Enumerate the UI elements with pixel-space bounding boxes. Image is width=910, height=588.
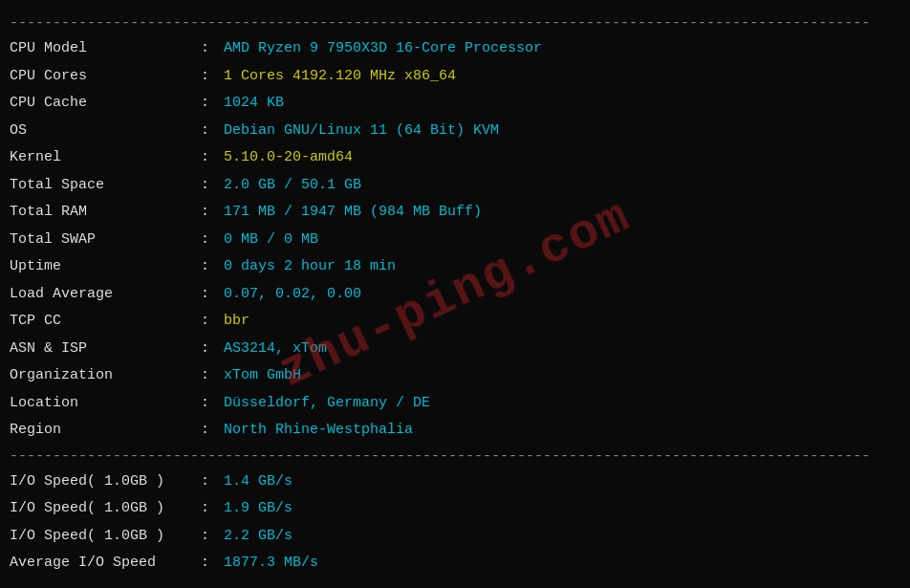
sysinfo-colon: : <box>201 393 216 415</box>
iospeed-row: Average I/O Speed:1877.3 MB/s <box>10 550 900 577</box>
sysinfo-value: Düsseldorf, Germany / DE <box>224 393 430 415</box>
sysinfo-value: 2.0 GB / 50.1 GB <box>224 175 361 197</box>
sysinfo-row: CPU Cores:1 Cores 4192.120 MHz x86_64 <box>10 63 900 91</box>
sysinfo-row: OS:Debian GNU/Linux 11 (64 Bit) KVM <box>10 118 900 145</box>
sysinfo-value: Debian GNU/Linux 11 (64 Bit) KVM <box>224 120 499 142</box>
sysinfo-label: Region <box>10 420 201 442</box>
sysinfo-value: 171 MB / 1947 MB (984 MB Buff) <box>224 202 482 224</box>
sysinfo-colon: : <box>201 38 216 60</box>
sysinfo-colon: : <box>201 202 216 224</box>
sysinfo-colon: : <box>201 284 216 306</box>
sysinfo-label: Total Space <box>10 175 201 197</box>
iospeed-label: I/O Speed( 1.0GB ) <box>10 526 201 548</box>
sysinfo-colon: : <box>201 147 216 169</box>
sysinfo-value: 1 Cores 4192.120 MHz x86_64 <box>224 66 456 88</box>
sysinfo-colon: : <box>201 175 216 197</box>
sysinfo-label: Location <box>10 393 201 415</box>
iospeed-label: I/O Speed( 1.0GB ) <box>10 471 201 493</box>
iospeed-value: 1877.3 MB/s <box>224 553 318 575</box>
sysinfo-label: OS <box>10 120 201 142</box>
iospeed-colon: : <box>201 471 216 493</box>
sysinfo-row: CPU Model:AMD Ryzen 9 7950X3D 16-Core Pr… <box>10 35 900 63</box>
top-divider: ----------------------------------------… <box>10 11 900 35</box>
sysinfo-value: 0 MB / 0 MB <box>224 229 318 251</box>
sysinfo-row: Kernel:5.10.0-20-amd64 <box>10 144 900 172</box>
iospeed-label: I/O Speed( 1.0GB ) <box>10 498 201 520</box>
sysinfo-colon: : <box>201 93 216 115</box>
sysinfo-colon: : <box>201 365 216 387</box>
sysinfo-label: Uptime <box>10 256 201 278</box>
sysinfo-value: xTom GmbH <box>224 365 301 387</box>
sysinfo-value: bbr <box>224 311 249 333</box>
sysinfo-colon: : <box>201 338 216 360</box>
sysinfo-section: CPU Model:AMD Ryzen 9 7950X3D 16-Core Pr… <box>10 35 900 445</box>
sysinfo-label: Organization <box>10 365 201 387</box>
sysinfo-row: Total Space:2.0 GB / 50.1 GB <box>10 172 900 200</box>
main-container: ----------------------------------------… <box>0 8 910 588</box>
sysinfo-label: CPU Cores <box>10 66 201 88</box>
sysinfo-label: Total SWAP <box>10 229 201 251</box>
iospeed-value: 1.9 GB/s <box>224 498 292 520</box>
sysinfo-colon: : <box>201 311 216 333</box>
sysinfo-value: 0 days 2 hour 18 min <box>224 256 396 278</box>
sysinfo-value: 5.10.0-20-amd64 <box>224 147 353 169</box>
sysinfo-colon: : <box>201 420 216 442</box>
sysinfo-value: North Rhine-Westphalia <box>224 420 413 442</box>
iospeed-colon: : <box>201 526 216 548</box>
sysinfo-colon: : <box>201 120 216 142</box>
sysinfo-value: 0.07, 0.02, 0.00 <box>224 284 361 306</box>
sysinfo-label: CPU Cache <box>10 93 201 115</box>
sysinfo-value: 1024 KB <box>224 93 284 115</box>
sysinfo-row: ASN & ISP:AS3214, xTom <box>10 336 900 363</box>
sysinfo-label: TCP CC <box>10 311 201 333</box>
sysinfo-row: Location:Düsseldorf, Germany / DE <box>10 390 900 418</box>
sysinfo-label: CPU Model <box>10 38 201 60</box>
iospeed-row: I/O Speed( 1.0GB ):1.9 GB/s <box>10 495 900 523</box>
sysinfo-row: Load Average:0.07, 0.02, 0.00 <box>10 281 900 309</box>
sysinfo-label: Total RAM <box>10 202 201 224</box>
mid-divider: ----------------------------------------… <box>10 445 900 468</box>
sysinfo-label: ASN & ISP <box>10 338 201 360</box>
iospeed-colon: : <box>201 553 216 575</box>
sysinfo-row: Organization:xTom GmbH <box>10 362 900 390</box>
sysinfo-row: Uptime:0 days 2 hour 18 min <box>10 253 900 281</box>
sysinfo-colon: : <box>201 229 216 251</box>
iospeed-colon: : <box>201 498 216 520</box>
sysinfo-row: Total SWAP:0 MB / 0 MB <box>10 227 900 254</box>
sysinfo-row: CPU Cache:1024 KB <box>10 90 900 118</box>
iospeed-value: 2.2 GB/s <box>224 526 292 548</box>
iospeed-label: Average I/O Speed <box>10 553 201 575</box>
iospeed-section: I/O Speed( 1.0GB ):1.4 GB/sI/O Speed( 1.… <box>10 468 900 577</box>
sysinfo-colon: : <box>201 66 216 88</box>
sysinfo-label: Kernel <box>10 147 201 169</box>
iospeed-row: I/O Speed( 1.0GB ):1.4 GB/s <box>10 468 900 496</box>
bot-divider: ----------------------------------------… <box>10 577 900 589</box>
sysinfo-label: Load Average <box>10 284 201 306</box>
sysinfo-value: AS3214, xTom <box>224 338 327 360</box>
iospeed-value: 1.4 GB/s <box>224 471 292 493</box>
sysinfo-row: TCP CC:bbr <box>10 308 900 336</box>
sysinfo-colon: : <box>201 256 216 278</box>
sysinfo-value: AMD Ryzen 9 7950X3D 16-Core Processor <box>224 38 542 60</box>
sysinfo-row: Total RAM:171 MB / 1947 MB (984 MB Buff) <box>10 199 900 227</box>
sysinfo-row: Region:North Rhine-Westphalia <box>10 417 900 445</box>
iospeed-row: I/O Speed( 1.0GB ):2.2 GB/s <box>10 523 900 551</box>
